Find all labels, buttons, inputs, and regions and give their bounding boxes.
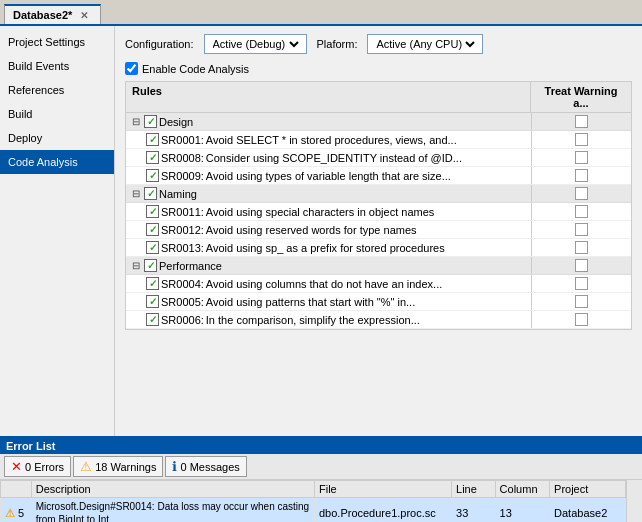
row1-icon: ⚠ 5 [1, 498, 32, 523]
sr0006-warn-checkbox[interactable] [575, 313, 588, 326]
sidebar-item-deploy[interactable]: Deploy [0, 126, 114, 150]
enable-code-analysis-label: Enable Code Analysis [142, 63, 249, 75]
warning-icon: ⚠ [80, 459, 92, 474]
rule-sr0001: SR0001: Avoid SELECT * in stored procedu… [126, 131, 631, 149]
error-row-1[interactable]: ⚠ 5 Microsoft.Design#SR0014: Data loss m… [1, 498, 626, 523]
rules-table: Rules Treat Warning a... ⊟ Design [125, 81, 632, 330]
enable-code-analysis-row: Enable Code Analysis [125, 62, 632, 75]
group-performance: ⊟ Performance [126, 257, 631, 275]
sr0004-text: Avoid using columns that do not have an … [206, 278, 442, 290]
performance-group-warn-checkbox[interactable] [575, 259, 588, 272]
content-area: Configuration: Active (Debug) Plaform: A… [115, 26, 642, 436]
col-line: Line [452, 481, 496, 498]
col-column: Column [495, 481, 549, 498]
design-group-label: Design [159, 116, 193, 128]
sr0009-id: SR0009: [161, 170, 204, 182]
col-icon [1, 481, 32, 498]
sr0009-text: Avoid using types of variable length tha… [206, 170, 451, 182]
sr0001-id: SR0001: [161, 134, 204, 146]
messages-button[interactable]: ℹ 0 Messages [165, 456, 246, 477]
sr0001-checkbox[interactable] [146, 133, 159, 146]
error-list-header: Error List [0, 438, 642, 454]
sr0005-checkbox[interactable] [146, 295, 159, 308]
rule-sr0004: SR0004: Avoid using columns that do not … [126, 275, 631, 293]
rules-body: ⊟ Design SR0001: Avoid SELECT * in store… [126, 113, 631, 329]
row1-column: 13 [495, 498, 549, 523]
col-description: Description [31, 481, 314, 498]
errors-button[interactable]: ✕ 0 Errors [4, 456, 71, 477]
sr0013-checkbox[interactable] [146, 241, 159, 254]
configuration-dropdown[interactable]: Active (Debug) [209, 37, 302, 51]
info-icon: ℹ [172, 459, 177, 474]
row1-file: dbo.Procedure1.proc.sc [314, 498, 451, 523]
row1-project: Database2 [550, 498, 626, 523]
sr0008-warn-checkbox[interactable] [575, 151, 588, 164]
sr0011-id: SR0011: [161, 206, 204, 218]
col-project: Project [550, 481, 626, 498]
sr0011-text: Avoid using special characters in object… [206, 206, 434, 218]
sr0009-checkbox[interactable] [146, 169, 159, 182]
sr0005-text: Avoid using patterns that start with "%"… [206, 296, 415, 308]
naming-group-label: Naming [159, 188, 197, 200]
design-group-checkbox[interactable] [144, 115, 157, 128]
sr0012-checkbox[interactable] [146, 223, 159, 236]
design-expand-btn[interactable]: ⊟ [130, 116, 142, 127]
sidebar: Project Settings Build Events References… [0, 26, 115, 436]
row1-warning-icon: ⚠ [5, 507, 15, 519]
sr0009-warn-checkbox[interactable] [575, 169, 588, 182]
naming-group-checkbox[interactable] [144, 187, 157, 200]
sr0004-id: SR0004: [161, 278, 204, 290]
design-group-warn-checkbox[interactable] [575, 115, 588, 128]
row1-line: 33 [452, 498, 496, 523]
platform-select[interactable]: Active (Any CPU) [367, 34, 483, 54]
sr0006-checkbox[interactable] [146, 313, 159, 326]
messages-label: 0 Messages [180, 461, 239, 473]
rule-sr0011: SR0011: Avoid using special characters i… [126, 203, 631, 221]
col-file: File [314, 481, 451, 498]
sr0008-checkbox[interactable] [146, 151, 159, 164]
rule-sr0005: SR0005: Avoid using patterns that start … [126, 293, 631, 311]
naming-group-warn-checkbox[interactable] [575, 187, 588, 200]
sidebar-item-project-settings[interactable]: Project Settings [0, 30, 114, 54]
sr0004-warn-checkbox[interactable] [575, 277, 588, 290]
configuration-select[interactable]: Active (Debug) [204, 34, 307, 54]
row1-description: Microsoft.Design#SR0014: Data loss may o… [31, 498, 314, 523]
error-list-section: Error List ✕ 0 Errors ⚠ 18 Warnings ℹ 0 … [0, 436, 642, 522]
performance-expand-btn[interactable]: ⊟ [130, 260, 142, 271]
sidebar-item-build-events[interactable]: Build Events [0, 54, 114, 78]
database2-tab[interactable]: Database2* ✕ [4, 4, 101, 24]
errors-label: 0 Errors [25, 461, 64, 473]
sr0013-warn-checkbox[interactable] [575, 241, 588, 254]
sr0013-text: Avoid using sp_ as a prefix for stored p… [206, 242, 445, 254]
sidebar-item-references[interactable]: References [0, 78, 114, 102]
sr0012-warn-checkbox[interactable] [575, 223, 588, 236]
sr0006-text: In the comparison, simplify the expressi… [206, 314, 420, 326]
platform-dropdown[interactable]: Active (Any CPU) [372, 37, 478, 51]
sr0012-text: Avoid using reserved words for type name… [206, 224, 417, 236]
sr0013-id: SR0013: [161, 242, 204, 254]
enable-code-analysis-checkbox[interactable] [125, 62, 138, 75]
scrollbar[interactable] [626, 480, 642, 522]
rule-sr0006: SR0006: In the comparison, simplify the … [126, 311, 631, 329]
performance-group-checkbox[interactable] [144, 259, 157, 272]
sidebar-item-code-analysis[interactable]: Code Analysis [0, 150, 114, 174]
error-toolbar: ✕ 0 Errors ⚠ 18 Warnings ℹ 0 Messages [0, 454, 642, 480]
tab-close-icon[interactable]: ✕ [80, 10, 88, 21]
main-container: Project Settings Build Events References… [0, 26, 642, 436]
sr0011-checkbox[interactable] [146, 205, 159, 218]
naming-expand-btn[interactable]: ⊟ [130, 188, 142, 199]
rule-sr0008: SR0008: Consider using SCOPE_IDENTITY in… [126, 149, 631, 167]
rules-table-header: Rules Treat Warning a... [126, 82, 631, 113]
sr0011-warn-checkbox[interactable] [575, 205, 588, 218]
rule-sr0012: SR0012: Avoid using reserved words for t… [126, 221, 631, 239]
sidebar-item-build[interactable]: Build [0, 102, 114, 126]
warnings-label: 18 Warnings [95, 461, 156, 473]
sr0001-warn-checkbox[interactable] [575, 133, 588, 146]
sr0004-checkbox[interactable] [146, 277, 159, 290]
rules-column-header: Rules [126, 82, 531, 112]
config-row: Configuration: Active (Debug) Plaform: A… [125, 34, 632, 54]
warnings-button[interactable]: ⚠ 18 Warnings [73, 456, 163, 477]
sr0005-warn-checkbox[interactable] [575, 295, 588, 308]
sr0001-text: Avoid SELECT * in stored procedures, vie… [206, 134, 457, 146]
tab-label: Database2* [13, 9, 72, 21]
